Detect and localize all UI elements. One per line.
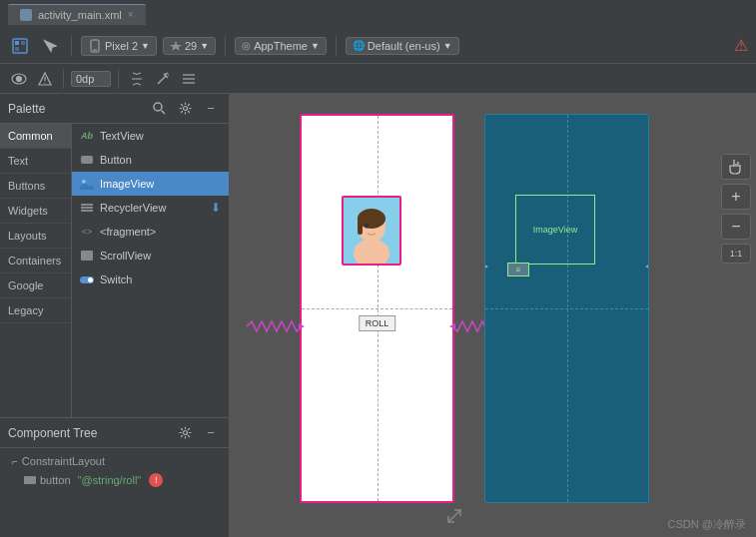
category-google[interactable]: Google [0, 273, 71, 298]
zoom-in-button[interactable]: + [721, 184, 751, 210]
svg-marker-34 [645, 264, 649, 269]
avatar-widget[interactable] [342, 196, 401, 266]
phone-left: ROLL [300, 114, 454, 503]
design-mode-button[interactable] [8, 34, 32, 58]
fragment-label: <fragment> [100, 226, 156, 238]
category-widgets[interactable]: Widgets [0, 199, 71, 224]
svg-marker-33 [484, 264, 488, 269]
palette-search-button[interactable] [149, 99, 169, 119]
tree-minimize-button[interactable]: − [201, 423, 221, 443]
svg-line-14 [167, 73, 168, 74]
svg-point-23 [183, 431, 187, 435]
warning-small-button[interactable] [34, 68, 56, 90]
theme-icon: ◎ [242, 40, 251, 51]
pan-tool-button[interactable] [721, 154, 751, 180]
category-containers[interactable]: Containers [0, 249, 71, 273]
imageview-canvas-label: ImageView [533, 225, 577, 235]
tree-gear-button[interactable] [175, 423, 195, 443]
right-phone-right-constraint [648, 260, 649, 273]
sec-sep-1 [63, 69, 64, 89]
palette-content: Common Text Buttons Widgets Layouts Cont… [0, 124, 229, 417]
category-text[interactable]: Text [0, 149, 71, 174]
error-badge: ! [149, 473, 163, 487]
chevron-down-icon: ▼ [141, 41, 150, 51]
palette-gear-button[interactable] [175, 99, 195, 119]
dp-input[interactable] [71, 71, 111, 87]
palette-header: Palette − [0, 94, 229, 124]
svg-line-19 [161, 111, 165, 115]
svg-marker-32 [449, 323, 455, 329]
zoom-out-button[interactable]: − [721, 214, 751, 240]
device-label: Pixel 2 [105, 40, 138, 52]
theme-dropdown[interactable]: ◎ AppTheme ▼ [235, 37, 327, 55]
svg-rect-3 [15, 47, 19, 51]
category-legacy[interactable]: Legacy [0, 298, 71, 323]
textview-icon: Ab [80, 129, 94, 143]
main-toolbar: Pixel 2 ▼ 29 ▼ ◎ AppTheme ▼ 🌐 Default (e… [0, 28, 756, 64]
right-tools: + − 1:1 [721, 154, 751, 264]
sec-sep-2 [118, 69, 119, 89]
switch-label: Switch [100, 273, 132, 285]
left-constraint-line [247, 319, 302, 333]
main-layout: Palette − Common Text [0, 94, 756, 537]
tree-item-button[interactable]: button "@string/roll" ! [8, 470, 221, 490]
warning-icon[interactable]: ⚠ [734, 36, 748, 55]
tree-header: Component Tree − [0, 418, 229, 448]
theme-label: AppTheme [254, 40, 308, 52]
category-buttons[interactable]: Buttons [0, 174, 71, 199]
eye-button[interactable] [8, 68, 30, 90]
svg-point-20 [183, 107, 187, 111]
palette-scrollview[interactable]: ScrollView [72, 244, 229, 268]
svg-line-10 [158, 76, 166, 84]
svg-point-22 [82, 180, 86, 184]
recyclerview-icon [80, 201, 94, 215]
svg-point-18 [154, 103, 162, 111]
palette-textview[interactable]: Ab TextView [72, 124, 229, 148]
palette-minimize-button[interactable]: − [201, 99, 221, 119]
title-bar: activity_main.xml × [0, 0, 756, 28]
component-tree: Component Tree − ⌐ ConstraintLayout butt… [0, 417, 229, 537]
svg-rect-2 [21, 41, 25, 45]
palette-imageview[interactable]: ImageView [72, 172, 229, 196]
file-tab-icon [20, 9, 32, 21]
close-tab-button[interactable]: × [128, 9, 134, 20]
tree-item-constraintlayout[interactable]: ⌐ ConstraintLayout [8, 452, 221, 470]
category-layouts[interactable]: Layouts [0, 224, 71, 249]
file-tab[interactable]: activity_main.xml × [8, 4, 146, 25]
palette-recyclerview[interactable]: RecyclerView ⬇ [72, 196, 229, 220]
select-mode-button[interactable] [38, 34, 62, 58]
device-dropdown[interactable]: Pixel 2 ▼ [81, 36, 157, 56]
palette-switch[interactable]: Switch [72, 268, 229, 291]
api-chevron-icon: ▼ [200, 41, 209, 51]
locale-chevron-icon: ▼ [443, 41, 452, 51]
palette-fragment[interactable]: <> <fragment> [72, 220, 229, 244]
api-label: 29 [185, 40, 197, 52]
locale-dropdown[interactable]: 🌐 Default (en-us) ▼ [346, 37, 459, 55]
palette-button[interactable]: Button [72, 148, 229, 172]
actual-size-button[interactable]: 1:1 [721, 244, 751, 264]
api-dropdown[interactable]: 29 ▼ [163, 37, 216, 55]
tree-title: Component Tree [8, 426, 169, 440]
svg-point-29 [365, 223, 369, 228]
switch-icon [80, 272, 94, 286]
category-common[interactable]: Common [0, 124, 71, 149]
phone-right: ImageView ≡ [484, 114, 649, 503]
file-tab-label: activity_main.xml [38, 9, 122, 21]
svg-point-9 [44, 82, 45, 83]
svg-line-35 [448, 510, 460, 522]
right-phone-left-constraint [484, 260, 485, 273]
palette-categories: Common Text Buttons Widgets Layouts Cont… [0, 124, 72, 417]
wand-button[interactable] [152, 68, 174, 90]
imageview-widget[interactable]: ImageView [515, 195, 595, 265]
grid-button[interactable] [126, 68, 148, 90]
align-button[interactable] [178, 68, 200, 90]
roll-button[interactable]: ROLL [359, 315, 396, 331]
canvas-area[interactable]: ROLL ImageView [230, 94, 756, 537]
button-label: Button [100, 154, 132, 166]
svg-point-7 [17, 76, 22, 81]
left-panel: Palette − Common Text [0, 94, 230, 537]
toolbar-sep-3 [336, 36, 337, 56]
toolbar-sep-2 [225, 36, 226, 56]
recyclerview-label: RecyclerView [100, 202, 166, 214]
palette-items: Ab TextView Button [72, 124, 229, 417]
